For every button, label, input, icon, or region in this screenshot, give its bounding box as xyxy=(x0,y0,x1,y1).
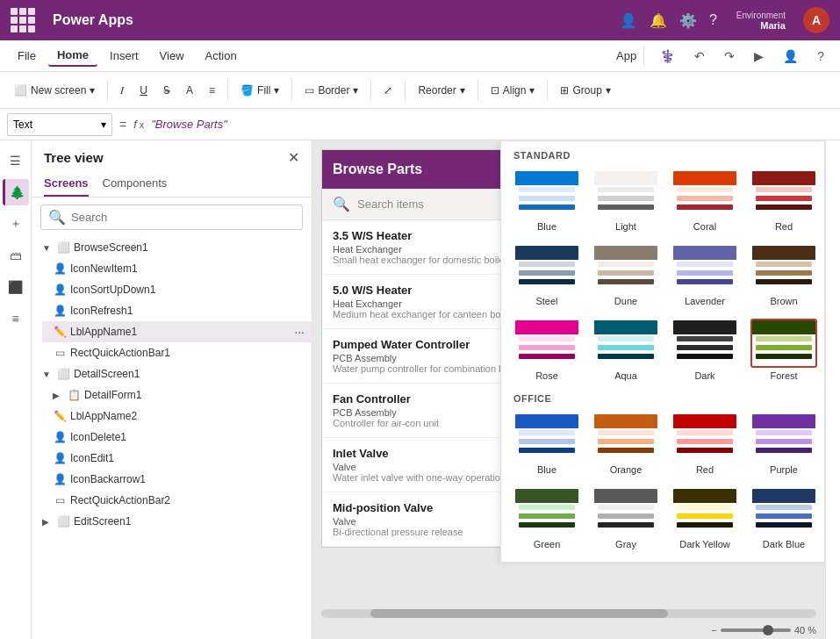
tree-item-label: IconEdit1 xyxy=(70,452,114,464)
sidebar-add-icon[interactable]: ＋ xyxy=(3,211,29,237)
theme-item-office-red[interactable]: Red xyxy=(668,409,742,478)
theme-item-light[interactable]: Light xyxy=(589,166,663,235)
tree-item[interactable]: ▶ ⬜ EditScreen1 xyxy=(32,511,312,532)
reorder-button[interactable]: Reorder ▾ xyxy=(411,81,471,100)
tree-item[interactable]: ▭ RectQuickActionBar2 xyxy=(42,490,312,511)
sidebar-insert-icon[interactable]: ⬛ xyxy=(3,274,29,300)
font-size-icon[interactable]: A xyxy=(179,81,200,100)
top-nav-icons: 👤 🔔 ⚙️ ? xyxy=(620,12,717,29)
browse-title: Browse Parts xyxy=(333,162,422,177)
tree-item[interactable]: ✏️ LblAppName2 xyxy=(42,406,312,427)
theme-item-office-purple[interactable]: Purple xyxy=(747,409,821,478)
align-button[interactable]: ⊡ Align ▾ xyxy=(484,81,542,100)
tree-item[interactable]: 👤 IconNewItem1 xyxy=(42,258,312,279)
more-options-button[interactable]: ··· xyxy=(294,325,305,339)
screen-icon: ⬜ xyxy=(56,514,70,528)
theme-label: Aqua xyxy=(614,370,637,381)
tree-item[interactable]: 👤 IconEdit1 xyxy=(42,448,312,469)
zoom-minus-button[interactable]: − xyxy=(711,625,716,635)
tab-components[interactable]: Components xyxy=(103,171,168,197)
theme-item-lavender[interactable]: Lavender xyxy=(668,241,742,310)
menu-action[interactable]: Action xyxy=(197,46,246,66)
tree-item[interactable]: 👤 IconBackarrow1 xyxy=(42,469,312,490)
theme-item-office-darkblue[interactable]: Dark Blue xyxy=(747,484,821,553)
share-icon[interactable]: 👤 xyxy=(776,46,805,67)
theme-item-brown[interactable]: Brown xyxy=(747,241,821,310)
theme-item-blue[interactable]: Blue xyxy=(510,166,584,235)
tree-item[interactable]: ▼ ⬜ DetailScreen1 xyxy=(32,363,312,384)
toolbar-divider-6 xyxy=(477,80,478,101)
tree-item[interactable]: ▭ RectQuickActionBar1 xyxy=(42,342,312,363)
expand-icon: ▼ xyxy=(42,243,53,253)
theme-item-office-blue[interactable]: Blue xyxy=(510,409,584,478)
menu-home[interactable]: Home xyxy=(48,45,97,67)
formula-value[interactable]: "Browse Parts" xyxy=(151,118,833,131)
search-icon: 🔍 xyxy=(333,196,350,212)
tree-close-button[interactable]: ✕ xyxy=(288,149,299,166)
tree-item-label: IconSortUpDown1 xyxy=(70,284,155,296)
zoom-level: 40 % xyxy=(794,625,816,635)
tree-item[interactable]: ▶ 📋 DetailForm1 xyxy=(42,384,312,406)
theme-item-red[interactable]: Red xyxy=(747,166,821,235)
settings-icon[interactable]: ⚙️ xyxy=(679,12,697,29)
zoom-slider[interactable] xyxy=(721,628,791,632)
search-placeholder: Search items xyxy=(357,197,424,211)
text-style-icon[interactable]: 𝐼 xyxy=(113,81,131,100)
sidebar-data-icon[interactable]: 🗃 xyxy=(3,242,29,269)
tab-screens[interactable]: Screens xyxy=(44,171,89,197)
tree-item[interactable]: 👤 IconDelete1 xyxy=(42,427,312,448)
bell-icon[interactable]: 🔔 xyxy=(650,12,667,29)
tree-item-selected[interactable]: ✏️ LblAppName1 ··· xyxy=(42,321,312,342)
sidebar-tree-icon[interactable]: 🌲 xyxy=(3,179,29,205)
expand-icon[interactable]: ⤢ xyxy=(377,81,399,100)
new-screen-button[interactable]: ⬜ New screen ▾ xyxy=(7,81,102,100)
theme-grid: BlueOrangeRedPurpleGreenGrayDark YellowD… xyxy=(501,409,824,553)
canvas-area[interactable]: Browse Parts ↺ ⊞ 🔍 Search items 3.5 W/S … xyxy=(312,140,825,639)
play-icon[interactable]: ▶ xyxy=(747,46,771,67)
align-text-icon[interactable]: ≡ xyxy=(202,81,222,100)
undo-icon[interactable]: ↶ xyxy=(687,46,712,67)
formula-fx-button[interactable]: fx xyxy=(133,118,144,131)
theme-item-forest[interactable]: Forest xyxy=(747,315,821,384)
h-scrollbar[interactable] xyxy=(321,609,816,618)
theme-preview xyxy=(671,413,738,462)
person-icon[interactable]: 👤 xyxy=(620,12,637,29)
fill-button[interactable]: 🪣 Fill ▾ xyxy=(233,81,286,100)
help-icon[interactable]: ? xyxy=(709,12,717,28)
theme-label: Gray xyxy=(615,539,636,549)
theme-label: Brown xyxy=(770,296,797,306)
strikethrough-icon[interactable]: S̶ xyxy=(156,81,177,100)
menu-file[interactable]: File xyxy=(9,46,45,66)
underline-icon[interactable]: U xyxy=(133,81,154,100)
theme-item-aqua[interactable]: Aqua xyxy=(589,315,663,384)
theme-item-coral[interactable]: Coral xyxy=(668,166,742,235)
menu-view[interactable]: View xyxy=(151,46,193,66)
theme-preview xyxy=(592,487,659,536)
sidebar-menu-icon[interactable]: ☰ xyxy=(3,147,29,174)
theme-item-office-gray[interactable]: Gray xyxy=(589,484,663,553)
group-button[interactable]: ⊞ Group ▾ xyxy=(553,81,617,100)
redo-icon[interactable]: ↷ xyxy=(717,46,742,67)
tree-item[interactable]: 👤 IconRefresh1 xyxy=(42,300,312,321)
medical-icon[interactable]: ⚕️ xyxy=(653,46,682,67)
app-grid-icon[interactable] xyxy=(11,8,35,32)
menu-help-icon[interactable]: ? xyxy=(810,46,831,67)
menu-insert[interactable]: Insert xyxy=(101,46,147,66)
theme-item-office-darkyellow[interactable]: Dark Yellow xyxy=(668,484,742,553)
theme-preview xyxy=(592,319,659,368)
theme-item-rose[interactable]: Rose xyxy=(510,315,584,384)
tree-item[interactable]: ▼ ⬜ BrowseScreen1 xyxy=(32,237,312,258)
tree-search-input[interactable] xyxy=(71,211,295,224)
theme-preview xyxy=(750,169,817,219)
tree-item[interactable]: 👤 IconSortUpDown1 xyxy=(42,279,312,300)
theme-item-office-orange[interactable]: Orange xyxy=(589,409,663,478)
theme-item-dune[interactable]: Dune xyxy=(589,241,663,310)
border-button[interactable]: ▭ Border ▾ xyxy=(298,81,365,100)
toolbar-divider-7 xyxy=(547,80,548,101)
user-avatar[interactable]: A xyxy=(803,7,829,33)
sidebar-variables-icon[interactable]: ≡ xyxy=(3,305,29,332)
theme-item-steel[interactable]: Steel xyxy=(510,241,584,310)
formula-selector[interactable]: Text ▾ xyxy=(7,113,112,136)
theme-item-office-green[interactable]: Green xyxy=(510,484,584,553)
theme-item-dark[interactable]: Dark xyxy=(668,315,742,384)
